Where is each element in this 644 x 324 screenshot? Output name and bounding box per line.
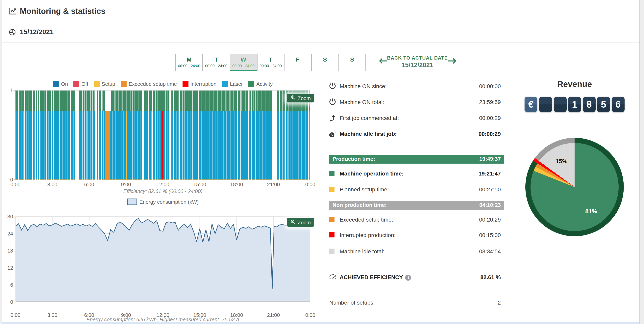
timeline-x-tick: 0:00 xyxy=(7,181,24,187)
idle-gap-thin xyxy=(146,91,146,180)
energy-y-tick: 6 xyxy=(1,282,13,288)
idle-gap-thin xyxy=(288,91,289,180)
vertical-scrollbar-track[interactable] xyxy=(639,0,644,324)
info-icon[interactable]: i xyxy=(405,275,411,281)
timeline-zoom-button[interactable]: Zoom xyxy=(287,94,314,102)
date-header: 15/12/2021 xyxy=(2,23,639,43)
idle-gap-thin xyxy=(234,91,234,180)
idle-gap-thin xyxy=(193,91,193,180)
idle-gap xyxy=(178,91,180,180)
idle-gap-thin xyxy=(135,91,135,180)
idle-gap-thin xyxy=(211,91,211,180)
idle-gap-thin xyxy=(298,91,299,180)
machine-status-timeline-plot[interactable] xyxy=(16,90,310,180)
idle-gap-thin xyxy=(201,91,202,180)
timeline-x-tick: 12:00 xyxy=(154,181,172,187)
timeline-x-tick: 18:00 xyxy=(228,181,246,187)
idle-gap xyxy=(169,91,172,180)
stat-value: 00:20:29 xyxy=(479,216,501,223)
revenue-digit-tile: 5 xyxy=(597,97,610,112)
timeline-segment-interruption xyxy=(162,111,164,179)
idle-gap-thin xyxy=(262,91,262,180)
idle-gap-thin xyxy=(82,91,82,180)
svg-text:z: z xyxy=(334,130,335,133)
svg-text:z: z xyxy=(335,132,336,134)
app-header: Monitoring & statistics xyxy=(2,0,639,23)
weekday-letter: S xyxy=(339,56,366,63)
idle-gap-thin xyxy=(308,91,309,180)
stat-value: 00:15:00 xyxy=(479,232,501,238)
idle-gap-thin xyxy=(86,91,87,180)
idle-gap xyxy=(279,91,280,180)
idle-gap-thin xyxy=(258,91,258,180)
idle-gap-thin xyxy=(176,91,176,180)
horizontal-scrollbar[interactable] xyxy=(2,321,639,324)
stat-row-machine-on-total: Machine ON total:23:59:59 xyxy=(329,98,504,108)
idle-gap-thin xyxy=(190,91,190,180)
idle-gap xyxy=(32,91,34,180)
back-to-actual-date-button[interactable]: BACK TO ACTUAL DATE xyxy=(386,55,449,61)
stat-header-label: Production time: xyxy=(332,156,375,162)
idle-gap-thin xyxy=(174,91,174,180)
idle-gap xyxy=(74,91,79,180)
weekday-letter: S xyxy=(312,56,338,63)
stat-color-swatch xyxy=(329,232,334,237)
magnifier-icon xyxy=(290,95,296,101)
timeline-x-tick: 21:00 xyxy=(265,181,282,187)
weekday-cell-T-1[interactable]: T00:00 - 24:00 xyxy=(202,54,230,71)
energy-legend-label: Energy consumption (kW) xyxy=(139,199,198,205)
idle-gap-thin xyxy=(265,91,265,180)
legend-label: Interruption xyxy=(190,81,216,87)
idle-gap-thin xyxy=(62,91,62,180)
timeline-x-tick: 15:00 xyxy=(191,181,208,187)
timeline-segment-setup xyxy=(103,111,104,179)
idle-gap-thin xyxy=(84,91,85,180)
revenue-currency-tile: € xyxy=(524,97,537,112)
idle-gap-thin xyxy=(70,91,71,180)
weekday-cell-T-3[interactable]: T00:00 - 24:00 xyxy=(257,54,284,71)
idle-gap-thin xyxy=(115,91,116,180)
idle-gap-thin xyxy=(148,91,149,180)
energy-consumption-plot[interactable] xyxy=(16,216,310,302)
legend-swatch xyxy=(248,81,254,87)
stat-value: 23:59:59 xyxy=(479,99,501,105)
idle-gap-thin xyxy=(51,91,52,180)
idle-gap-thin xyxy=(237,91,238,180)
legend-label: Laser xyxy=(230,81,243,87)
legend-item-off: Off xyxy=(74,81,88,87)
legend-swatch xyxy=(182,81,188,87)
stat-header-production-time: Production time:19:49:37 xyxy=(329,155,504,164)
idle-gap-thin xyxy=(255,91,255,180)
weekday-hours: 00:00 - 24:00 xyxy=(230,64,257,68)
revenue-digit-tile xyxy=(539,97,552,112)
legend-swatch xyxy=(53,81,59,87)
idle-gap-thin xyxy=(21,91,22,180)
weekday-cell-W-2[interactable]: W00:00 - 24:00 xyxy=(230,54,257,71)
idle-gap-thin xyxy=(182,91,182,180)
idle-gap-thin xyxy=(295,91,296,180)
weekday-cell-S-5[interactable]: S- xyxy=(311,54,339,71)
left-edge-strip xyxy=(0,0,2,324)
legend-swatch xyxy=(222,81,228,87)
weekday-cell-F-4[interactable]: F- xyxy=(284,54,312,71)
legend-swatch xyxy=(74,81,79,87)
idle-gap-thin xyxy=(302,91,302,180)
revenue-digit-tile xyxy=(554,97,566,112)
stat-value: 00:27:50 xyxy=(479,186,501,193)
legend-item-activity: Activity xyxy=(248,81,272,87)
next-day-arrow-icon[interactable] xyxy=(448,58,457,66)
weekday-cell-M-0[interactable]: M06:00 - 24:00 xyxy=(176,54,203,71)
laser-band xyxy=(16,111,310,179)
weekday-cell-S-6[interactable]: S- xyxy=(338,54,366,71)
pie-label-idle-percent: 15% xyxy=(550,158,572,164)
idle-gap-thin xyxy=(140,91,140,180)
stat-header-value: 19:49:37 xyxy=(479,156,501,162)
pie-label-production-percent: 81% xyxy=(580,208,602,214)
stat-color-swatch xyxy=(329,187,334,192)
stat-row-machine-idle-total: Machine idle total:03:34:54 xyxy=(329,247,504,257)
timeline-x-tick: 9:00 xyxy=(117,181,135,187)
revenue-digit-tile: 1 xyxy=(568,97,581,112)
energy-y-tick: 0 xyxy=(1,299,13,305)
idle-gap xyxy=(95,91,96,180)
energy-zoom-button[interactable]: Zoom xyxy=(287,218,314,227)
